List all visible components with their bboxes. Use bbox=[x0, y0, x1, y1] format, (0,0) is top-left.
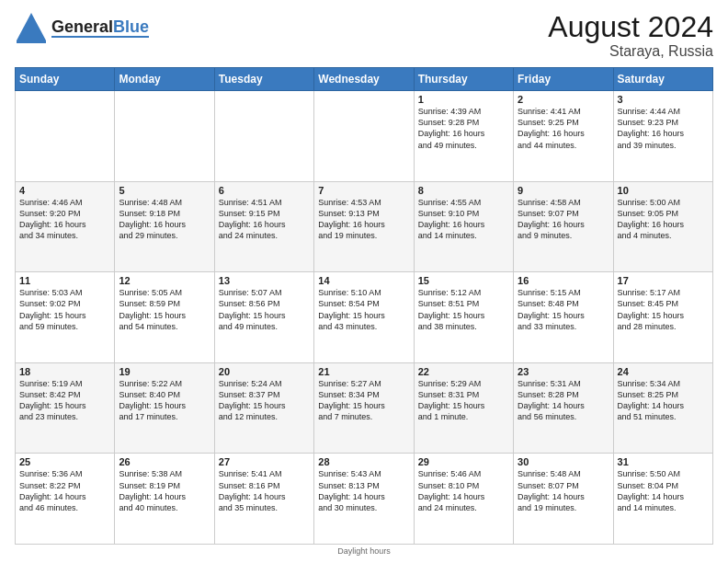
day-number: 8 bbox=[418, 185, 509, 196]
title-area: August 2024 Staraya, Russia bbox=[548, 11, 713, 60]
location: Staraya, Russia bbox=[548, 43, 713, 60]
table-row: 20Sunrise: 5:24 AM Sunset: 8:37 PM Dayli… bbox=[214, 362, 313, 454]
table-row: 1Sunrise: 4:39 AM Sunset: 9:28 PM Daylig… bbox=[414, 91, 513, 182]
day-number: 22 bbox=[418, 366, 509, 377]
table-row: 25Sunrise: 5:36 AM Sunset: 8:22 PM Dayli… bbox=[16, 454, 115, 545]
table-row: 26Sunrise: 5:38 AM Sunset: 8:19 PM Dayli… bbox=[115, 454, 214, 545]
table-row: 9Sunrise: 4:58 AM Sunset: 9:07 PM Daylig… bbox=[514, 181, 613, 272]
day-info: Sunrise: 5:24 AM Sunset: 8:37 PM Dayligh… bbox=[219, 378, 310, 423]
calendar-week-row: 18Sunrise: 5:19 AM Sunset: 8:42 PM Dayli… bbox=[16, 362, 713, 454]
day-info: Sunrise: 5:50 AM Sunset: 8:04 PM Dayligh… bbox=[618, 468, 709, 513]
table-row: 22Sunrise: 5:29 AM Sunset: 8:31 PM Dayli… bbox=[414, 362, 513, 454]
logo-underline bbox=[51, 36, 149, 38]
day-number: 29 bbox=[418, 456, 509, 467]
day-info: Sunrise: 5:43 AM Sunset: 8:13 PM Dayligh… bbox=[318, 468, 409, 513]
table-row: 13Sunrise: 5:07 AM Sunset: 8:56 PM Dayli… bbox=[214, 272, 313, 363]
calendar-week-row: 25Sunrise: 5:36 AM Sunset: 8:22 PM Dayli… bbox=[16, 454, 713, 545]
day-number: 27 bbox=[219, 456, 310, 467]
table-row: 14Sunrise: 5:10 AM Sunset: 8:54 PM Dayli… bbox=[314, 272, 414, 363]
table-row: 24Sunrise: 5:34 AM Sunset: 8:25 PM Dayli… bbox=[613, 362, 712, 454]
logo-text: General Blue bbox=[51, 18, 149, 38]
day-info: Sunrise: 5:29 AM Sunset: 8:31 PM Dayligh… bbox=[418, 378, 509, 423]
day-info: Sunrise: 5:00 AM Sunset: 9:05 PM Dayligh… bbox=[618, 197, 709, 242]
day-number: 1 bbox=[418, 94, 509, 105]
day-info: Sunrise: 5:07 AM Sunset: 8:56 PM Dayligh… bbox=[219, 287, 310, 332]
day-number: 11 bbox=[19, 275, 110, 286]
calendar-table: Sunday Monday Tuesday Wednesday Thursday… bbox=[15, 67, 713, 545]
table-row bbox=[16, 91, 115, 182]
day-number: 31 bbox=[618, 456, 709, 467]
table-row: 12Sunrise: 5:05 AM Sunset: 8:59 PM Dayli… bbox=[115, 272, 214, 363]
table-row: 10Sunrise: 5:00 AM Sunset: 9:05 PM Dayli… bbox=[613, 181, 712, 272]
svg-rect-1 bbox=[17, 40, 46, 43]
table-row: 16Sunrise: 5:15 AM Sunset: 8:48 PM Dayli… bbox=[514, 272, 613, 363]
day-info: Sunrise: 5:48 AM Sunset: 8:07 PM Dayligh… bbox=[518, 468, 609, 513]
day-info: Sunrise: 5:10 AM Sunset: 8:54 PM Dayligh… bbox=[318, 287, 409, 332]
table-row: 27Sunrise: 5:41 AM Sunset: 8:16 PM Dayli… bbox=[214, 454, 313, 545]
table-row bbox=[115, 91, 214, 182]
table-row: 2Sunrise: 4:41 AM Sunset: 9:25 PM Daylig… bbox=[514, 91, 613, 182]
day-number: 23 bbox=[518, 366, 609, 377]
day-number: 30 bbox=[518, 456, 609, 467]
table-row: 6Sunrise: 4:51 AM Sunset: 9:15 PM Daylig… bbox=[214, 181, 313, 272]
day-number: 10 bbox=[618, 185, 709, 196]
day-info: Sunrise: 5:17 AM Sunset: 8:45 PM Dayligh… bbox=[618, 287, 709, 332]
day-info: Sunrise: 5:05 AM Sunset: 8:59 PM Dayligh… bbox=[119, 287, 210, 332]
table-row: 30Sunrise: 5:48 AM Sunset: 8:07 PM Dayli… bbox=[514, 454, 613, 545]
table-row: 7Sunrise: 4:53 AM Sunset: 9:13 PM Daylig… bbox=[314, 181, 414, 272]
logo: General Blue bbox=[15, 11, 149, 44]
month-year: August 2024 bbox=[548, 11, 713, 43]
col-friday: Friday bbox=[514, 68, 613, 91]
logo-blue: Blue bbox=[113, 18, 149, 35]
day-info: Sunrise: 4:39 AM Sunset: 9:28 PM Dayligh… bbox=[418, 106, 509, 151]
col-sunday: Sunday bbox=[16, 68, 115, 91]
daylight-label: Daylight hours bbox=[337, 546, 391, 556]
table-row: 11Sunrise: 5:03 AM Sunset: 9:02 PM Dayli… bbox=[16, 272, 115, 363]
day-info: Sunrise: 5:15 AM Sunset: 8:48 PM Dayligh… bbox=[518, 287, 609, 332]
day-info: Sunrise: 5:36 AM Sunset: 8:22 PM Dayligh… bbox=[19, 468, 110, 513]
day-number: 4 bbox=[19, 185, 110, 196]
day-number: 3 bbox=[618, 94, 709, 105]
col-saturday: Saturday bbox=[613, 68, 712, 91]
day-info: Sunrise: 5:03 AM Sunset: 9:02 PM Dayligh… bbox=[19, 287, 110, 332]
day-info: Sunrise: 4:58 AM Sunset: 9:07 PM Dayligh… bbox=[518, 197, 609, 242]
day-number: 13 bbox=[219, 275, 310, 286]
day-info: Sunrise: 5:38 AM Sunset: 8:19 PM Dayligh… bbox=[119, 468, 210, 513]
col-thursday: Thursday bbox=[414, 68, 513, 91]
day-number: 26 bbox=[119, 456, 210, 467]
calendar-header-row: Sunday Monday Tuesday Wednesday Thursday… bbox=[16, 68, 713, 91]
day-number: 5 bbox=[119, 185, 210, 196]
page: General Blue August 2024 Staraya, Russia… bbox=[0, 0, 728, 563]
day-number: 9 bbox=[518, 185, 609, 196]
day-number: 2 bbox=[518, 94, 609, 105]
table-row: 18Sunrise: 5:19 AM Sunset: 8:42 PM Dayli… bbox=[16, 362, 115, 454]
day-info: Sunrise: 4:44 AM Sunset: 9:23 PM Dayligh… bbox=[618, 106, 709, 151]
day-info: Sunrise: 5:19 AM Sunset: 8:42 PM Dayligh… bbox=[19, 378, 110, 423]
logo-general: General bbox=[51, 18, 113, 35]
day-number: 20 bbox=[219, 366, 310, 377]
table-row: 17Sunrise: 5:17 AM Sunset: 8:45 PM Dayli… bbox=[613, 272, 712, 363]
day-info: Sunrise: 5:22 AM Sunset: 8:40 PM Dayligh… bbox=[119, 378, 210, 423]
table-row: 23Sunrise: 5:31 AM Sunset: 8:28 PM Dayli… bbox=[514, 362, 613, 454]
day-info: Sunrise: 5:31 AM Sunset: 8:28 PM Dayligh… bbox=[518, 378, 609, 423]
day-info: Sunrise: 4:53 AM Sunset: 9:13 PM Dayligh… bbox=[318, 197, 409, 242]
table-row: 21Sunrise: 5:27 AM Sunset: 8:34 PM Dayli… bbox=[314, 362, 414, 454]
day-number: 16 bbox=[518, 275, 609, 286]
table-row: 29Sunrise: 5:46 AM Sunset: 8:10 PM Dayli… bbox=[414, 454, 513, 545]
table-row: 15Sunrise: 5:12 AM Sunset: 8:51 PM Dayli… bbox=[414, 272, 513, 363]
day-number: 6 bbox=[219, 185, 310, 196]
day-number: 14 bbox=[318, 275, 409, 286]
day-number: 17 bbox=[618, 275, 709, 286]
header: General Blue August 2024 Staraya, Russia bbox=[15, 11, 713, 60]
day-number: 24 bbox=[618, 366, 709, 377]
logo-icon bbox=[15, 11, 48, 44]
day-info: Sunrise: 5:34 AM Sunset: 8:25 PM Dayligh… bbox=[618, 378, 709, 423]
svg-marker-0 bbox=[17, 13, 46, 40]
day-info: Sunrise: 4:46 AM Sunset: 9:20 PM Dayligh… bbox=[19, 197, 110, 242]
table-row: 3Sunrise: 4:44 AM Sunset: 9:23 PM Daylig… bbox=[613, 91, 712, 182]
day-number: 7 bbox=[318, 185, 409, 196]
col-wednesday: Wednesday bbox=[314, 68, 414, 91]
table-row bbox=[314, 91, 414, 182]
col-monday: Monday bbox=[115, 68, 214, 91]
day-info: Sunrise: 4:55 AM Sunset: 9:10 PM Dayligh… bbox=[418, 197, 509, 242]
